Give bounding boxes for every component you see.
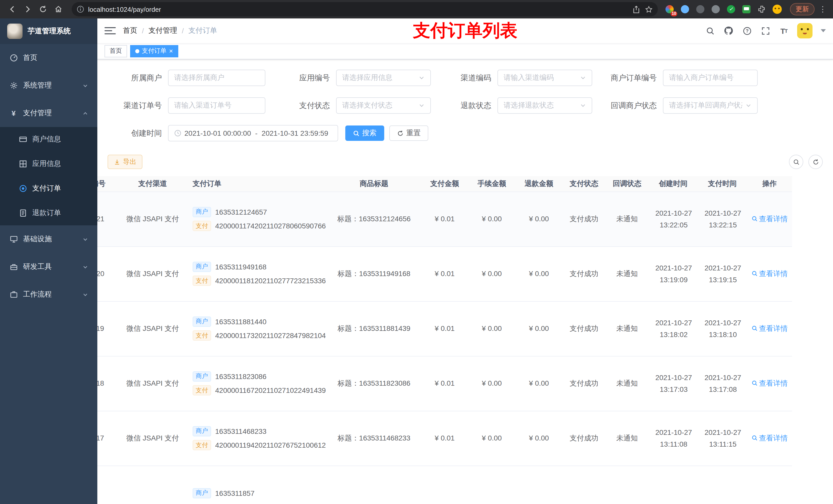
top-navbar: 首页 / 支付管理 / 支付订单 支付订单列表 ? [97, 19, 833, 43]
reset-button[interactable]: 重置 [389, 125, 428, 141]
sidebar-item-merchant-info[interactable]: 商户信息 [0, 127, 97, 152]
placeholder-text: 请选择所属商户 [174, 73, 259, 82]
card-icon [19, 135, 27, 144]
tab-home[interactable]: 首页 [104, 45, 127, 57]
reload-icon[interactable] [36, 2, 50, 16]
refresh-table-button[interactable] [808, 155, 823, 169]
profile-avatar-icon[interactable] [771, 4, 783, 15]
sidebar-item-label: 退款订单 [32, 209, 88, 218]
bookmark-star-icon[interactable] [645, 5, 653, 13]
column-header: 支付订单 [188, 176, 327, 192]
field-label: 商户订单编号 [604, 73, 663, 83]
callback-status-select[interactable]: 请选择订单回调商户状态 [663, 97, 758, 114]
font-size-icon[interactable]: TT [779, 26, 789, 36]
merchant-order-no-input[interactable]: 请输入商户订单编号 [663, 70, 758, 86]
sidebar-item-label: 首页 [23, 53, 88, 63]
view-detail-link[interactable]: 查看详情 [751, 213, 788, 224]
view-detail-link[interactable]: 查看详情 [751, 322, 788, 334]
cell-pay-time: 2021-10-27 13:22:15 [701, 208, 745, 231]
close-icon[interactable]: × [169, 48, 173, 54]
cell-create-time: 2021-10-27 13:19:09 [652, 262, 696, 285]
view-detail-link[interactable]: 查看详情 [751, 432, 788, 443]
github-icon[interactable] [723, 26, 734, 36]
extension-dark-icon[interactable] [695, 4, 706, 15]
sidebar-item-app-info[interactable]: 应用信息 [0, 152, 97, 176]
search-button[interactable]: 搜索 [345, 125, 384, 141]
cell-pay-time: 2021-10-27 13:18:10 [701, 317, 745, 340]
view-detail-link[interactable]: 查看详情 [751, 377, 788, 389]
browser-window: localhost:1024/pay/order 10 更新 ⋮ [0, 0, 833, 504]
user-avatar[interactable] [797, 23, 812, 39]
column-header: 回调状态 [605, 176, 648, 192]
forward-icon[interactable] [21, 2, 35, 16]
placeholder-text: 请选择退款状态 [504, 101, 577, 110]
pay-status-select[interactable]: 请选择支付状态 [336, 97, 431, 114]
sidebar-toggle-icon[interactable] [104, 25, 116, 37]
breadcrumb-separator: / [142, 27, 144, 35]
table-header-row: 编号 支付渠道 支付订单 商品标题 支付金额 手续金额 退款金额 支付状态 回调… [97, 176, 792, 192]
extension-drop-icon[interactable] [679, 4, 691, 15]
column-header: 手续金额 [468, 176, 515, 192]
address-bar[interactable]: localhost:1024/pay/order [72, 2, 658, 16]
table-row[interactable]: 120 微信 JSAPI 支付 商户1635311949168 支付420000… [97, 246, 792, 301]
back-icon[interactable] [5, 2, 20, 16]
cell-status: 支付成功 [570, 434, 598, 442]
sidebar-item-system[interactable]: 系统管理 [0, 72, 97, 99]
hide-search-button[interactable] [789, 155, 803, 169]
app-logo[interactable]: 芋道管理系统 [0, 19, 97, 44]
cell-refund: ¥ 0.00 [529, 379, 549, 387]
sidebar-menu: 首页 系统管理 ¥ 支付管理 [0, 44, 97, 308]
orders-table: 编号 支付渠道 支付订单 商品标题 支付金额 手续金额 退款金额 支付状态 回调… [97, 176, 833, 504]
search-icon[interactable] [705, 26, 715, 36]
app-select[interactable]: 请选择应用信息 [336, 70, 431, 86]
chevron-down-icon [580, 75, 586, 81]
table-row[interactable]: 119 微信 JSAPI 支付 商户1635311881440 支付420000… [97, 301, 792, 356]
table-row[interactable]: 121 微信 JSAPI 支付 商户1635312124657 支付420000… [97, 192, 792, 246]
merchant-tag: 商户 [193, 207, 211, 217]
extension-chat-icon[interactable] [741, 4, 752, 15]
browser-update-button[interactable]: 更新 [790, 3, 814, 15]
share-icon[interactable] [633, 5, 640, 13]
date-end-value: 2021-10-31 23:59:59 [262, 129, 328, 137]
table-row[interactable]: 117 微信 JSAPI 支付 商户1635311468233 支付420000… [97, 411, 792, 465]
placeholder-text: 请选择支付状态 [342, 101, 415, 110]
sidebar-item-pay-order[interactable]: 支付订单 [0, 176, 97, 201]
extension-gray-icon[interactable] [710, 4, 721, 15]
tab-pay-order[interactable]: 支付订单 × [130, 45, 178, 57]
fullscreen-icon[interactable] [760, 26, 770, 36]
field-label: 渠道编码 [450, 73, 497, 83]
site-info-icon[interactable] [77, 6, 84, 13]
browser-menu-icon[interactable]: ⋮ [818, 5, 828, 14]
export-button[interactable]: 导出 [108, 155, 142, 169]
table-row-partial[interactable]: 商户1635311857 [97, 465, 792, 504]
sidebar-item-infrastructure[interactable]: 基础设施 [0, 225, 97, 253]
yen-icon: ¥ [9, 109, 18, 118]
view-detail-link[interactable]: 查看详情 [751, 268, 788, 279]
sidebar-item-workflow[interactable]: 工作流程 [0, 281, 97, 308]
help-icon[interactable]: ? [742, 26, 752, 36]
extension-check-icon[interactable] [725, 4, 737, 15]
sidebar-item-refund-order[interactable]: 退款订单 [0, 201, 97, 225]
cell-refund: ¥ 0.00 [529, 325, 549, 333]
avatar-caret-icon[interactable] [821, 29, 826, 32]
create-time-range-picker[interactable]: 2021-10-01 00:00:00 - 2021-10-31 23:59:5… [168, 125, 338, 141]
sidebar-item-dev-tools[interactable]: 研发工具 [0, 253, 97, 281]
cell-title: 标题：1635311949168 [338, 270, 410, 278]
breadcrumb-home[interactable]: 首页 [123, 26, 137, 35]
merchant-select[interactable]: 请选择所属商户 [168, 70, 265, 86]
refund-status-select[interactable]: 请选择退款状态 [497, 97, 592, 114]
breadcrumb-payment[interactable]: 支付管理 [148, 26, 177, 35]
extensions-puzzle-icon[interactable] [756, 4, 767, 15]
extension-palette-icon[interactable]: 10 [664, 4, 675, 15]
sidebar-item-home[interactable]: 首页 [0, 44, 97, 72]
channel-code-select[interactable]: 请输入渠道编码 [497, 70, 592, 86]
chevron-down-icon [82, 264, 88, 270]
channel-order-no-input[interactable]: 请输入渠道订单号 [168, 97, 265, 114]
channel-pay-no: 4200001167202110271022491439 [215, 385, 326, 396]
home-icon[interactable] [51, 2, 66, 16]
sidebar-item-payment[interactable]: ¥ 支付管理 [0, 99, 97, 127]
page-title-annotation: 支付订单列表 [413, 19, 518, 43]
channel-pay-no: 4200001173202110272847982104 [215, 330, 326, 341]
breadcrumb-separator: / [182, 27, 184, 35]
table-row[interactable]: 118 微信 JSAPI 支付 商户1635311823086 支付420000… [97, 356, 792, 411]
